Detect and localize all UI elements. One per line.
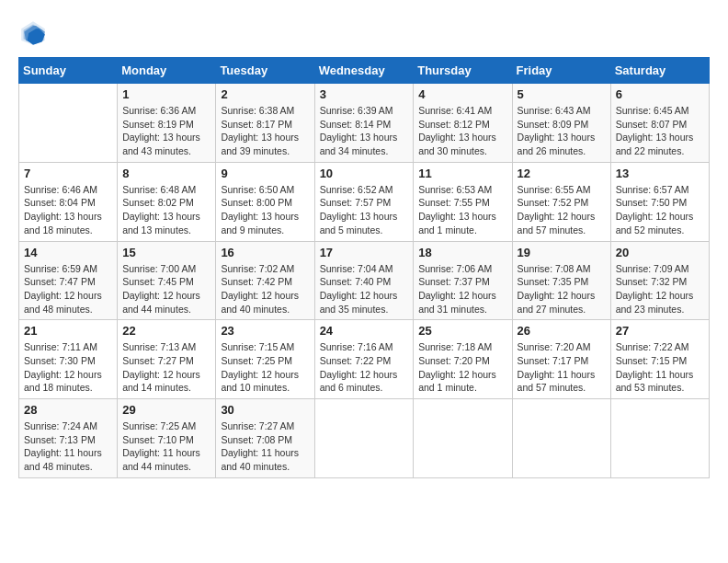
day-detail: Sunrise: 6:59 AMSunset: 7:47 PMDaylight:… bbox=[24, 262, 112, 316]
day-detail: Sunrise: 7:16 AMSunset: 7:22 PMDaylight:… bbox=[320, 340, 409, 395]
calendar-day-cell: 11Sunrise: 6:53 AMSunset: 7:55 PMDayligh… bbox=[414, 162, 512, 241]
calendar-day-cell: 14Sunrise: 6:59 AMSunset: 7:47 PMDayligh… bbox=[19, 241, 118, 320]
day-number: 25 bbox=[418, 324, 506, 338]
calendar-header: SundayMondayTuesdayWednesdayThursdayFrid… bbox=[19, 58, 710, 84]
day-number: 3 bbox=[320, 87, 409, 101]
day-detail: Sunrise: 6:38 AMSunset: 8:17 PMDaylight:… bbox=[221, 104, 309, 158]
day-detail: Sunrise: 6:48 AMSunset: 8:02 PMDaylight:… bbox=[122, 183, 210, 237]
weekday-header: Wednesday bbox=[314, 58, 414, 84]
day-detail: Sunrise: 7:22 AMSunset: 7:15 PMDaylight:… bbox=[616, 340, 704, 395]
day-number: 30 bbox=[221, 403, 309, 417]
logo-icon bbox=[18, 18, 48, 48]
day-detail: Sunrise: 6:46 AMSunset: 8:04 PMDaylight:… bbox=[24, 183, 112, 237]
calendar-day-cell: 20Sunrise: 7:09 AMSunset: 7:32 PMDayligh… bbox=[610, 241, 709, 320]
calendar-day-cell: 25Sunrise: 7:18 AMSunset: 7:20 PMDayligh… bbox=[414, 320, 512, 399]
day-detail: Sunrise: 7:09 AMSunset: 7:32 PMDaylight:… bbox=[616, 262, 704, 316]
calendar-day-cell bbox=[610, 399, 709, 478]
day-detail: Sunrise: 7:27 AMSunset: 7:08 PMDaylight:… bbox=[221, 419, 309, 474]
day-number: 16 bbox=[221, 246, 309, 259]
calendar-day-cell: 22Sunrise: 7:13 AMSunset: 7:27 PMDayligh… bbox=[118, 320, 216, 399]
weekday-header: Tuesday bbox=[216, 58, 314, 84]
calendar-day-cell: 17Sunrise: 7:04 AMSunset: 7:40 PMDayligh… bbox=[314, 241, 414, 320]
logo bbox=[18, 18, 51, 48]
calendar-day-cell: 4Sunrise: 6:41 AMSunset: 8:12 PMDaylight… bbox=[414, 84, 512, 163]
page-header bbox=[18, 18, 710, 48]
day-number: 22 bbox=[122, 324, 210, 338]
day-detail: Sunrise: 7:11 AMSunset: 7:30 PMDaylight:… bbox=[24, 340, 112, 395]
day-detail: Sunrise: 7:04 AMSunset: 7:40 PMDaylight:… bbox=[320, 262, 409, 316]
weekday-header: Monday bbox=[118, 58, 216, 84]
day-detail: Sunrise: 6:55 AMSunset: 7:52 PMDaylight:… bbox=[518, 183, 606, 237]
calendar-week-row: 1Sunrise: 6:36 AMSunset: 8:19 PMDaylight… bbox=[19, 84, 710, 163]
day-detail: Sunrise: 7:00 AMSunset: 7:45 PMDaylight:… bbox=[122, 262, 210, 316]
calendar-day-cell: 18Sunrise: 7:06 AMSunset: 7:37 PMDayligh… bbox=[414, 241, 512, 320]
weekday-header: Saturday bbox=[610, 58, 709, 84]
day-detail: Sunrise: 7:20 AMSunset: 7:17 PMDaylight:… bbox=[518, 340, 606, 395]
day-number: 2 bbox=[221, 87, 309, 101]
calendar-day-cell: 23Sunrise: 7:15 AMSunset: 7:25 PMDayligh… bbox=[216, 320, 314, 399]
calendar-day-cell: 29Sunrise: 7:25 AMSunset: 7:10 PMDayligh… bbox=[118, 399, 216, 478]
calendar-day-cell: 15Sunrise: 7:00 AMSunset: 7:45 PMDayligh… bbox=[118, 241, 216, 320]
day-number: 24 bbox=[320, 324, 409, 338]
calendar-day-cell: 24Sunrise: 7:16 AMSunset: 7:22 PMDayligh… bbox=[314, 320, 414, 399]
day-number: 29 bbox=[122, 403, 210, 417]
day-number: 12 bbox=[518, 167, 606, 180]
calendar-day-cell: 5Sunrise: 6:43 AMSunset: 8:09 PMDaylight… bbox=[512, 84, 610, 163]
day-number: 17 bbox=[320, 246, 409, 259]
day-detail: Sunrise: 6:45 AMSunset: 8:07 PMDaylight:… bbox=[616, 104, 704, 158]
weekday-header: Sunday bbox=[19, 58, 118, 84]
calendar-week-row: 28Sunrise: 7:24 AMSunset: 7:13 PMDayligh… bbox=[19, 399, 710, 478]
calendar-day-cell: 8Sunrise: 6:48 AMSunset: 8:02 PMDaylight… bbox=[118, 162, 216, 241]
calendar-day-cell bbox=[19, 84, 118, 163]
calendar-day-cell: 19Sunrise: 7:08 AMSunset: 7:35 PMDayligh… bbox=[512, 241, 610, 320]
calendar-week-row: 21Sunrise: 7:11 AMSunset: 7:30 PMDayligh… bbox=[19, 320, 710, 399]
day-number: 1 bbox=[122, 87, 210, 101]
day-number: 20 bbox=[616, 246, 704, 259]
day-number: 9 bbox=[221, 167, 309, 180]
day-detail: Sunrise: 6:41 AMSunset: 8:12 PMDaylight:… bbox=[418, 104, 506, 158]
calendar-day-cell: 12Sunrise: 6:55 AMSunset: 7:52 PMDayligh… bbox=[512, 162, 610, 241]
calendar-day-cell: 16Sunrise: 7:02 AMSunset: 7:42 PMDayligh… bbox=[216, 241, 314, 320]
day-detail: Sunrise: 6:53 AMSunset: 7:55 PMDaylight:… bbox=[418, 183, 506, 237]
calendar-day-cell: 6Sunrise: 6:45 AMSunset: 8:07 PMDaylight… bbox=[610, 84, 709, 163]
calendar-day-cell: 28Sunrise: 7:24 AMSunset: 7:13 PMDayligh… bbox=[19, 399, 118, 478]
day-detail: Sunrise: 7:06 AMSunset: 7:37 PMDaylight:… bbox=[418, 262, 506, 316]
day-number: 21 bbox=[24, 324, 112, 338]
day-detail: Sunrise: 7:18 AMSunset: 7:20 PMDaylight:… bbox=[418, 340, 506, 395]
day-detail: Sunrise: 6:57 AMSunset: 7:50 PMDaylight:… bbox=[616, 183, 704, 237]
calendar-week-row: 14Sunrise: 6:59 AMSunset: 7:47 PMDayligh… bbox=[19, 241, 710, 320]
day-number: 5 bbox=[518, 87, 606, 101]
day-detail: Sunrise: 6:36 AMSunset: 8:19 PMDaylight:… bbox=[122, 104, 210, 158]
calendar-day-cell bbox=[314, 399, 414, 478]
day-number: 23 bbox=[221, 324, 309, 338]
calendar-day-cell bbox=[414, 399, 512, 478]
calendar-day-cell: 21Sunrise: 7:11 AMSunset: 7:30 PMDayligh… bbox=[19, 320, 118, 399]
calendar-day-cell: 7Sunrise: 6:46 AMSunset: 8:04 PMDaylight… bbox=[19, 162, 118, 241]
day-detail: Sunrise: 6:39 AMSunset: 8:14 PMDaylight:… bbox=[320, 104, 409, 158]
calendar-day-cell: 2Sunrise: 6:38 AMSunset: 8:17 PMDaylight… bbox=[216, 84, 314, 163]
calendar-week-row: 7Sunrise: 6:46 AMSunset: 8:04 PMDaylight… bbox=[19, 162, 710, 241]
calendar-day-cell: 3Sunrise: 6:39 AMSunset: 8:14 PMDaylight… bbox=[314, 84, 414, 163]
day-number: 11 bbox=[418, 167, 506, 180]
day-number: 14 bbox=[24, 246, 112, 259]
day-detail: Sunrise: 6:52 AMSunset: 7:57 PMDaylight:… bbox=[320, 183, 409, 237]
day-detail: Sunrise: 7:15 AMSunset: 7:25 PMDaylight:… bbox=[221, 340, 309, 395]
calendar-day-cell: 1Sunrise: 6:36 AMSunset: 8:19 PMDaylight… bbox=[118, 84, 216, 163]
day-number: 6 bbox=[616, 87, 704, 101]
day-number: 27 bbox=[616, 324, 704, 338]
day-number: 28 bbox=[24, 403, 112, 417]
day-detail: Sunrise: 7:24 AMSunset: 7:13 PMDaylight:… bbox=[24, 419, 112, 474]
day-number: 8 bbox=[122, 167, 210, 180]
calendar-day-cell: 30Sunrise: 7:27 AMSunset: 7:08 PMDayligh… bbox=[216, 399, 314, 478]
day-detail: Sunrise: 7:08 AMSunset: 7:35 PMDaylight:… bbox=[518, 262, 606, 316]
day-detail: Sunrise: 7:02 AMSunset: 7:42 PMDaylight:… bbox=[221, 262, 309, 316]
calendar-day-cell: 27Sunrise: 7:22 AMSunset: 7:15 PMDayligh… bbox=[610, 320, 709, 399]
calendar-day-cell: 9Sunrise: 6:50 AMSunset: 8:00 PMDaylight… bbox=[216, 162, 314, 241]
calendar-day-cell bbox=[512, 399, 610, 478]
day-number: 4 bbox=[418, 87, 506, 101]
day-number: 15 bbox=[122, 246, 210, 259]
day-detail: Sunrise: 6:43 AMSunset: 8:09 PMDaylight:… bbox=[518, 104, 606, 158]
day-detail: Sunrise: 7:13 AMSunset: 7:27 PMDaylight:… bbox=[122, 340, 210, 395]
day-detail: Sunrise: 7:25 AMSunset: 7:10 PMDaylight:… bbox=[122, 419, 210, 474]
calendar-day-cell: 26Sunrise: 7:20 AMSunset: 7:17 PMDayligh… bbox=[512, 320, 610, 399]
